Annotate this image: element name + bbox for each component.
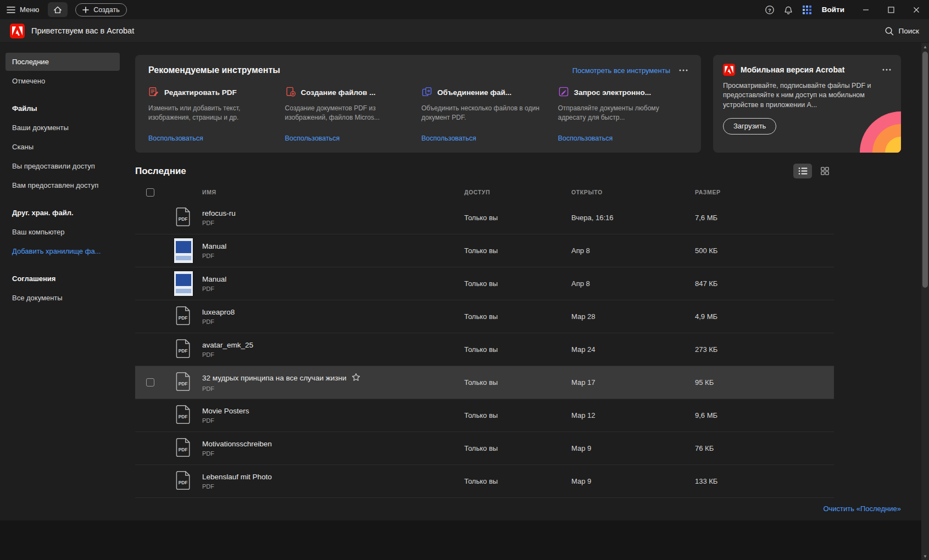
mobile-card-header: Мобильная версия Acrobat — [723, 64, 891, 76]
sign-in-button[interactable]: Войти — [822, 5, 844, 14]
tools-more-button[interactable] — [679, 69, 688, 71]
star-icon[interactable] — [352, 373, 360, 383]
file-access: Только вы — [464, 312, 571, 321]
main-content: Рекомендуемые инструменты Посмотреть все… — [126, 43, 929, 520]
file-name: luxeapro8 — [202, 308, 235, 316]
sidebar-item[interactable]: Ваши документы — [5, 119, 120, 137]
select-all-checkbox[interactable] — [146, 188, 154, 197]
tools-card-header: Рекомендуемые инструменты Посмотреть все… — [148, 65, 688, 75]
hamburger-icon — [7, 6, 15, 14]
scrollbar-thumb[interactable] — [922, 52, 928, 288]
sidebar-item[interactable]: Вы предоставили доступ — [5, 157, 120, 175]
home-tab-button[interactable] — [48, 2, 68, 17]
row-checkbox[interactable] — [146, 378, 154, 387]
sidebar-item[interactable]: Отмечено — [5, 72, 120, 90]
list-view-button[interactable] — [793, 164, 812, 178]
see-all-tools-link[interactable]: Посмотреть все инструменты — [572, 66, 670, 75]
mobile-acrobat-card: Мобильная версия Acrobat Просматривайте,… — [713, 55, 901, 153]
pdf-file-icon: PDF — [176, 306, 191, 327]
tool-header: Редактировать PDF — [148, 86, 279, 99]
document-thumbnail — [174, 238, 193, 263]
tool-header: Запрос электронно... — [558, 86, 688, 99]
tool-use-link[interactable]: Воспользоваться — [285, 135, 340, 142]
svg-text:PDF: PDF — [179, 348, 188, 354]
app-launcher-button[interactable] — [798, 2, 816, 17]
sidebar-item[interactable]: Добавить хранилище фа... — [5, 242, 120, 260]
notifications-button[interactable] — [779, 2, 798, 17]
tool-card[interactable]: Запрос электронно... Отправляйте докумен… — [558, 86, 688, 142]
pdf-file-icon: PDF — [176, 207, 191, 228]
create-pdf-icon — [285, 86, 296, 99]
file-type: PDF — [202, 385, 464, 392]
tool-name: Редактировать PDF — [164, 88, 237, 97]
sidebar-item-label: Вам предоставлен доступ — [12, 181, 98, 189]
clear-recent-link[interactable]: Очистить «Последние» — [823, 505, 901, 513]
file-access: Только вы — [464, 378, 571, 387]
file-row[interactable]: PDF Movie Posters PDF — [135, 399, 834, 432]
file-row[interactable]: PDF luxeapro8 PDF То — [135, 300, 834, 333]
file-row[interactable]: Manual PDF Только вы Апр 8 500 КБ — [135, 234, 834, 267]
document-thumbnail — [174, 271, 193, 296]
sidebar-item: Файлы — [5, 99, 120, 117]
pdf-file-icon: PDF — [176, 405, 191, 426]
file-size: 847 КБ — [695, 279, 834, 288]
file-size: 133 КБ — [695, 477, 834, 485]
sidebar-item-label: Файлы — [12, 104, 37, 113]
tool-card[interactable]: Объединение фай... Объединить несколько … — [421, 86, 552, 142]
pdf-file-icon: PDF — [176, 372, 191, 393]
mobile-more-button[interactable] — [882, 69, 891, 71]
tool-use-link[interactable]: Воспользоваться — [558, 135, 613, 142]
tool-use-link[interactable]: Воспользоваться — [148, 135, 203, 142]
search-icon — [885, 26, 894, 36]
grid-view-icon — [821, 167, 829, 175]
tool-header: Создание файлов ... — [285, 86, 415, 99]
page-title: Приветствуем вас в Acrobat — [31, 26, 134, 35]
recent-section: Последние ИМЯ ДОСТУП ОТКР — [135, 164, 901, 513]
create-button[interactable]: Создать — [75, 3, 127, 16]
file-row[interactable]: PDF avatar_emk_25 PDF — [135, 333, 834, 366]
file-access: Только вы — [464, 279, 571, 288]
tool-description: Объединить несколько файлов в один докум… — [421, 104, 541, 122]
window-maximize-button[interactable] — [878, 0, 904, 19]
help-button[interactable]: ? — [760, 2, 779, 17]
window-minimize-button[interactable] — [853, 0, 878, 19]
request-signatures-icon — [558, 86, 569, 99]
file-size: 500 КБ — [695, 247, 834, 255]
search-button[interactable]: Поиск — [885, 26, 919, 36]
file-name: Manual — [202, 242, 226, 250]
file-row[interactable]: Manual PDF Только вы Апр 8 847 КБ — [135, 267, 834, 300]
file-type: PDF — [202, 417, 464, 424]
sidebar-item[interactable]: Последние — [5, 53, 120, 71]
window-close-button[interactable] — [904, 0, 929, 19]
file-type: PDF — [202, 450, 464, 457]
download-button[interactable]: Загрузить — [723, 118, 776, 135]
maximize-icon — [888, 7, 894, 13]
file-type: PDF — [202, 318, 464, 325]
file-row[interactable]: PDF refocus-ru PDF Т — [135, 201, 834, 234]
file-access: Только вы — [464, 247, 571, 255]
sidebar-item[interactable]: Все документы — [5, 289, 120, 307]
tool-description: Создание документов PDF из изображений, … — [285, 104, 405, 122]
sidebar-item-label: Вы предоставили доступ — [12, 162, 95, 170]
grid-view-button[interactable] — [815, 164, 834, 178]
file-row[interactable]: PDF Motivationsschreiben PDF — [135, 432, 834, 465]
file-row[interactable]: PDF 32 мудрых принципа на все случаи жиз… — [135, 366, 834, 399]
scroll-down-arrow[interactable]: ▼ — [921, 552, 929, 560]
titlebar-right: ? Войти — [760, 0, 929, 19]
sidebar-item: Соглашения — [5, 270, 120, 288]
mobile-card-description: Просматривайте, подписывайте файлы PDF и… — [723, 81, 878, 110]
vertical-scrollbar[interactable]: ▲ ▼ — [921, 43, 929, 560]
scroll-up-arrow[interactable]: ▲ — [921, 43, 929, 51]
sidebar-item[interactable]: Вам предоставлен доступ — [5, 176, 120, 194]
tool-use-link[interactable]: Воспользоваться — [421, 135, 476, 142]
sidebar-item[interactable]: Сканы — [5, 138, 120, 156]
column-size: РАЗМЕР — [695, 189, 834, 195]
file-row[interactable]: PDF Lebenslauf mit Photo PDF — [135, 465, 834, 498]
plus-icon — [82, 7, 89, 13]
tool-card[interactable]: Создание файлов ... Создание документов … — [285, 86, 415, 142]
sidebar-item-label: Отмечено — [12, 77, 45, 85]
sidebar-item[interactable]: Ваш компьютер — [5, 223, 120, 241]
menu-button[interactable]: Меню — [7, 5, 39, 14]
more-options-icon — [882, 69, 891, 71]
tool-card[interactable]: Редактировать PDF Изменить или добавить … — [148, 86, 279, 142]
